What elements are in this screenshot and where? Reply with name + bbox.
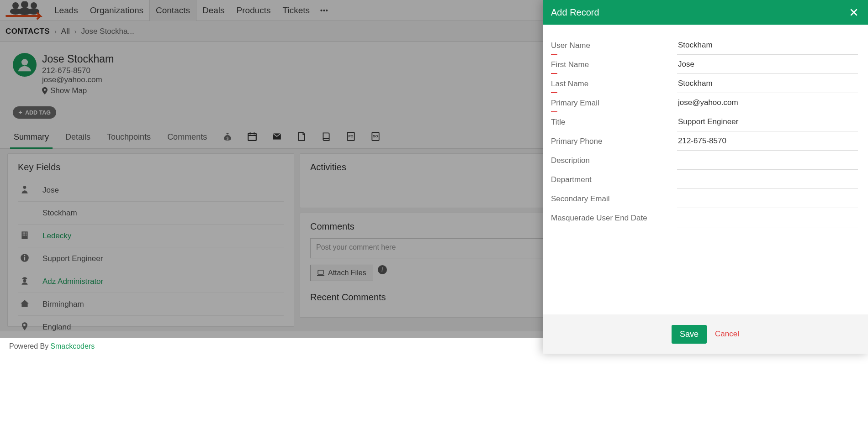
info-icon xyxy=(18,253,42,264)
form-row-primary-email: Primary Email xyxy=(551,93,858,112)
form-row-department: Department xyxy=(551,170,858,189)
input-masquerade-user-end-date[interactable] xyxy=(677,209,858,227)
form-label: Primary Email xyxy=(551,93,677,112)
form-row-description: Description xyxy=(551,151,858,170)
save-button[interactable]: Save xyxy=(672,325,707,344)
key-field-row: Ledecky xyxy=(18,225,284,247)
nav-contacts[interactable]: Contacts xyxy=(149,0,196,21)
money-bag-icon: $ xyxy=(222,131,233,141)
form-row-title: Title xyxy=(551,112,858,131)
nav-more[interactable]: ••• xyxy=(316,7,333,14)
key-field-value: Birmingham xyxy=(42,300,84,309)
svg-rect-23 xyxy=(24,257,25,261)
input-title[interactable] xyxy=(677,113,858,131)
form-label: Description xyxy=(551,151,677,170)
svg-text:PO: PO xyxy=(349,134,354,138)
add-tag-label: ADD TAG xyxy=(25,110,51,116)
pin-icon xyxy=(18,321,42,333)
footer-brand-link[interactable]: Smackcoders xyxy=(50,342,95,351)
modal-footer: Save Cancel xyxy=(543,314,868,354)
show-map-link[interactable]: Show Map xyxy=(42,86,114,95)
avatar xyxy=(13,53,37,77)
key-field-value: Stockham xyxy=(42,209,77,218)
add-tag-button[interactable]: ＋ ADD TAG xyxy=(13,106,56,119)
blank-icon xyxy=(18,207,42,219)
form-row-last-name: Last Name xyxy=(551,74,858,93)
form-label: User Name xyxy=(551,36,677,55)
svg-point-24 xyxy=(24,255,26,256)
org-icon xyxy=(18,230,42,241)
tab-icon-po[interactable]: PO xyxy=(346,127,356,147)
tab-comments[interactable]: Comments xyxy=(166,126,208,148)
cancel-button[interactable]: Cancel xyxy=(715,330,739,339)
nav-organizations[interactable]: Organizations xyxy=(84,0,149,21)
form-label: Primary Phone xyxy=(551,131,677,151)
nav-tickets[interactable]: Tickets xyxy=(277,0,316,21)
tab-icon-book[interactable] xyxy=(321,127,331,147)
input-description[interactable] xyxy=(677,151,858,170)
po-icon: PO xyxy=(346,131,356,141)
input-primary-phone[interactable] xyxy=(677,132,858,151)
svg-point-1 xyxy=(21,1,28,8)
breadcrumb-root[interactable]: CONTACTS xyxy=(5,27,50,36)
tab-icon-doc-edit[interactable] xyxy=(296,127,307,147)
app-logo xyxy=(3,1,47,20)
input-secondary-email[interactable] xyxy=(677,189,858,208)
nav-products[interactable]: Products xyxy=(231,0,277,21)
info-icon[interactable]: i xyxy=(378,265,387,274)
tab-icon-mail[interactable] xyxy=(272,127,282,147)
key-fields-heading: Key Fields xyxy=(18,162,284,173)
agent-icon xyxy=(18,276,42,287)
pin-icon xyxy=(42,87,48,94)
form-label: Title xyxy=(551,112,677,131)
key-field-row: Adz Administrator xyxy=(18,270,284,293)
nav-deals[interactable]: Deals xyxy=(196,0,231,21)
svg-rect-18 xyxy=(26,233,26,234)
key-field-value[interactable]: Ledecky xyxy=(42,231,71,241)
svg-rect-26 xyxy=(318,270,323,274)
input-department[interactable] xyxy=(677,170,858,189)
book-icon xyxy=(321,131,331,141)
svg-point-6 xyxy=(21,59,28,65)
home-icon xyxy=(18,298,42,310)
svg-text:SO: SO xyxy=(373,134,378,138)
key-field-row: England xyxy=(18,316,284,338)
key-field-value: Jose xyxy=(42,186,59,195)
tab-icon-calendar[interactable] xyxy=(247,127,257,147)
breadcrumb-all[interactable]: All xyxy=(61,27,70,36)
svg-rect-21 xyxy=(26,235,26,235)
tab-summary[interactable]: Summary xyxy=(13,126,50,148)
attach-files-button[interactable]: Attach Files xyxy=(310,265,373,281)
record-email[interactable]: jose@yahoo.com xyxy=(42,75,114,84)
form-label: Last Name xyxy=(551,74,677,93)
input-user-name[interactable] xyxy=(677,36,858,55)
add-record-modal: Add Record User NameFirst NameLast NameP… xyxy=(543,0,868,354)
nav-leads[interactable]: Leads xyxy=(48,0,84,21)
svg-rect-19 xyxy=(23,235,24,235)
form-row-first-name: First Name xyxy=(551,55,858,74)
close-icon[interactable] xyxy=(848,6,860,18)
modal-header: Add Record xyxy=(543,0,868,25)
breadcrumb-current: Jose Stockha... xyxy=(81,27,134,36)
calendar-icon xyxy=(247,131,257,141)
chevron-right-icon: › xyxy=(54,28,57,35)
tab-details[interactable]: Details xyxy=(64,126,91,148)
show-map-label: Show Map xyxy=(50,86,87,95)
form-row-primary-phone: Primary Phone xyxy=(551,131,858,151)
so-icon: SO xyxy=(370,131,381,141)
key-field-value[interactable]: Adz Administrator xyxy=(42,277,103,286)
input-last-name[interactable] xyxy=(677,74,858,93)
input-primary-email[interactable] xyxy=(677,94,858,112)
key-fields-card: Key Fields JoseStockhamLedeckySupport En… xyxy=(7,153,294,327)
tab-touchpoints[interactable]: Touchpoints xyxy=(106,126,152,148)
tab-icon-money-bag[interactable]: $ xyxy=(222,127,233,147)
tab-icon-so[interactable]: SO xyxy=(370,127,381,147)
form-label: Secondary Email xyxy=(551,189,677,208)
key-field-value: Support Engineer xyxy=(42,254,103,263)
svg-point-0 xyxy=(12,2,19,9)
input-first-name[interactable] xyxy=(677,55,858,74)
key-field-value: England xyxy=(42,323,71,332)
key-field-row: Support Engineer xyxy=(18,247,284,270)
form-label: Masquerade User End Date xyxy=(551,208,677,227)
key-field-row: Stockham xyxy=(18,202,284,225)
